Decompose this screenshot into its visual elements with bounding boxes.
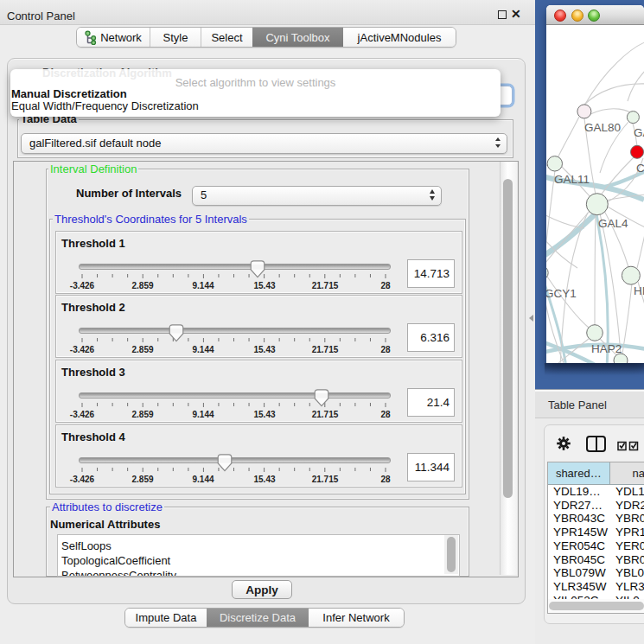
svg-text:HI: HI <box>634 284 644 297</box>
svg-text:GCY1: GCY1 <box>546 287 577 300</box>
svg-text:CD: CD <box>636 162 644 175</box>
svg-text:GAL11: GAL11 <box>554 173 590 186</box>
svg-text:HAP2: HAP2 <box>591 342 622 355</box>
svg-text:GA: GA <box>634 126 644 139</box>
svg-text:GAL4: GAL4 <box>598 217 628 230</box>
svg-text:GAL80: GAL80 <box>584 121 621 134</box>
